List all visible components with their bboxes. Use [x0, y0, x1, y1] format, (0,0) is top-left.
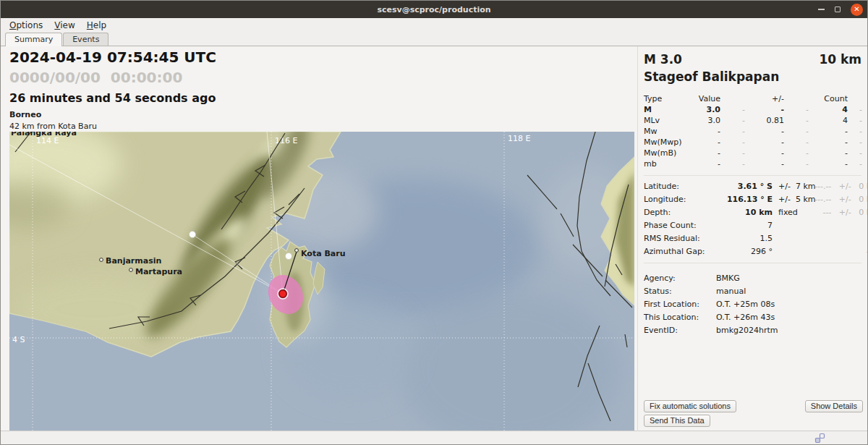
time-ago: 26 minutes and 54 seconds ago [9, 91, 216, 105]
event-map[interactable]: 114 E 116 E 118 E 4 S [9, 132, 634, 431]
window-title: scesv@scproc/production [1, 5, 867, 14]
station-marker[interactable] [286, 253, 292, 260]
menu-view[interactable]: View [48, 19, 80, 32]
region-name: Borneo [9, 110, 216, 119]
nearest-city-distance: 42 km from Kota Baru [9, 122, 216, 131]
mag-row-type[interactable]: Mw(mB) [644, 148, 684, 158]
event-info: Agency: BMKG Status: manual First Locati… [644, 274, 866, 335]
label-palangka-raya: Palangka Raya [11, 132, 77, 137]
mag-row-type[interactable]: mb [644, 159, 684, 169]
minimize-icon[interactable] [818, 9, 825, 10]
agency-value: BMKG [716, 274, 866, 283]
event-summary-panel: M 3.0 10 km Stageof Balikpapan Type Valu… [637, 46, 868, 431]
magnitude-table: Type Value +/- Count M 3.0 - - - 4 - MLv… [644, 94, 866, 169]
this-location-value: O.T. +26m 43s [716, 313, 866, 322]
menu-help[interactable]: Help [81, 19, 112, 32]
show-details-button[interactable]: Show Details [805, 400, 863, 412]
maximize-icon[interactable] [835, 7, 841, 12]
event-id-label: EventID: [644, 326, 716, 335]
col-header-type: Type [644, 94, 684, 103]
longitude-value: 116.13 ° E [716, 195, 773, 204]
this-location-label: This Location: [644, 313, 716, 322]
azimuthal-gap-value: 296 ° [716, 247, 773, 256]
origin-info: Latitude: 3.61 ° S +/- 7 km ---.-- +/- 0… [644, 182, 866, 256]
depth-value: 10 km [819, 52, 861, 67]
meridian-label-118e: 118 E [508, 134, 530, 143]
label-martapura: Martapura [135, 267, 182, 276]
mag-row-type[interactable]: M [644, 105, 684, 114]
mag-row-type[interactable]: Mw [644, 127, 684, 136]
tab-summary[interactable]: Summary [5, 33, 62, 46]
tab-bar: Summary Events [1, 33, 867, 46]
longitude-label: Longitude: [644, 195, 716, 204]
close-icon[interactable]: ✕ [851, 4, 863, 16]
fix-automatic-solutions-button[interactable]: Fix automatic solutions [644, 400, 736, 412]
secondary-time: 0000/00/00 00:00:00 [9, 69, 216, 86]
depth-row-value: 10 km [716, 208, 773, 217]
magnitude-value: M 3.0 [644, 52, 682, 67]
menu-options[interactable]: Options [4, 19, 48, 32]
agency-label: Agency: [644, 274, 716, 283]
status-value: manual [716, 287, 866, 296]
depth-label: Depth: [644, 208, 716, 217]
epicenter-marker[interactable] [279, 290, 286, 297]
title-bar[interactable]: scesv@scproc/production ✕ [1, 1, 867, 18]
col-header-err: +/- [745, 94, 784, 103]
menu-bar: Options View Help [1, 18, 867, 33]
connection-status-icon [814, 433, 825, 444]
parallel-label-4s: 4 S [12, 335, 25, 344]
origin-time: 2024-04-19 07:54:45 UTC [9, 48, 216, 66]
first-location-label: First Location: [644, 300, 716, 309]
station-name: Stageof Balikpapan [644, 69, 866, 84]
station-marker[interactable] [190, 232, 196, 238]
phase-count-value: 7 [716, 221, 773, 230]
phase-count-label: Phase Count: [644, 221, 716, 230]
first-location-value: O.T. +25m 08s [716, 300, 866, 309]
label-banjarmasin: Banjarmasin [106, 256, 161, 266]
separator [644, 263, 861, 263]
rms-residual-label: RMS Residual: [644, 234, 716, 243]
tab-events[interactable]: Events [63, 33, 109, 46]
status-label: Status: [644, 287, 716, 296]
label-kota-baru: Kota Baru [301, 249, 345, 258]
latitude-label: Latitude: [644, 182, 716, 191]
col-header-count: Count [809, 94, 848, 103]
app-window: scesv@scproc/production ✕ Options View H… [0, 0, 868, 445]
status-bar [1, 431, 867, 444]
mag-row-type[interactable]: MLv [644, 116, 684, 125]
summary-page: 2024-04-19 07:54:45 UTC 0000/00/00 00:00… [1, 46, 867, 431]
latitude-value: 3.61 ° S [716, 182, 773, 191]
send-this-data-button[interactable]: Send This Data [644, 415, 710, 427]
azimuthal-gap-label: Azimuthal Gap: [644, 247, 716, 256]
separator [644, 175, 861, 176]
col-header-value: Value [684, 94, 720, 103]
event-header: 2024-04-19 07:54:45 UTC 0000/00/00 00:00… [9, 48, 216, 131]
event-id-value: bmkg2024hrtm [716, 326, 866, 335]
mag-row-type[interactable]: Mw(Mwp) [644, 137, 684, 147]
rms-residual-value: 1.5 [716, 234, 773, 243]
